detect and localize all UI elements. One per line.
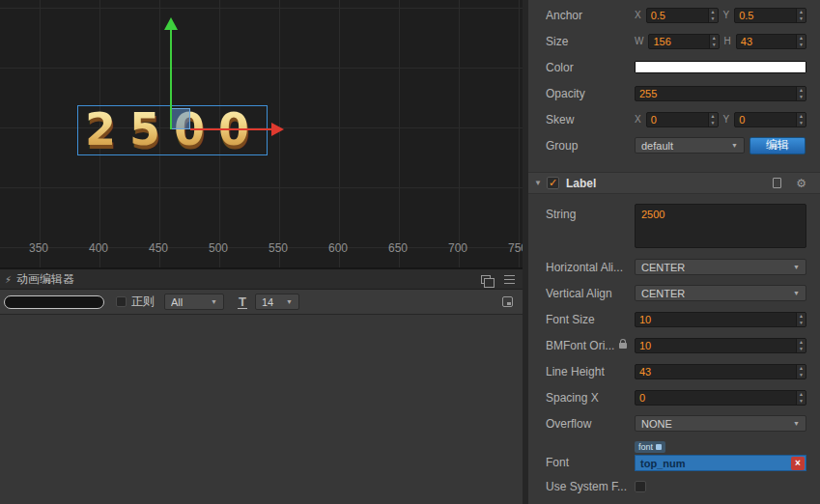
docs-icon[interactable] [773,178,781,188]
vertical-align-select[interactable]: CENTER ▼ [635,285,806,301]
skew-y-input[interactable]: ▲ ▼ [734,112,806,127]
collapse-arrow-icon[interactable]: ▼ [534,179,547,187]
gizmo-x-arrow-icon[interactable] [271,123,284,136]
gizmo-y-arrow-icon[interactable] [164,17,178,30]
gizmo-x-axis[interactable] [190,128,271,130]
spacing-x-stepper[interactable]: ▲ ▼ [796,391,806,405]
line-height-stepper[interactable]: ▲ ▼ [796,365,806,378]
inspector-panel: Anchor X ▲ ▼ Y ▲ ▼ [528,0,820,504]
spinner-down-icon[interactable]: ▼ [709,120,718,126]
spinner-down-icon[interactable]: ▼ [797,94,806,100]
size-h-value[interactable] [737,35,796,48]
spinner-up-icon[interactable]: ▲ [797,9,806,15]
anchor-y-input[interactable]: ▲ ▼ [734,8,806,23]
regex-label: 正则 [131,294,155,310]
spinner-down-icon[interactable]: ▼ [710,42,719,48]
float-panel-icon[interactable] [481,275,491,284]
spinner-up-icon[interactable]: ▲ [797,113,806,120]
overflow-select[interactable]: NONE ▼ [635,415,806,432]
spinner-up-icon[interactable]: ▲ [797,339,806,346]
font-size-stepper[interactable]: ▲ ▼ [796,313,806,326]
string-textarea[interactable]: 2500 [635,204,806,248]
spinner-down-icon[interactable]: ▼ [709,15,718,22]
anchor-x-stepper[interactable]: ▲ ▼ [708,9,718,22]
opacity-value[interactable] [636,87,796,100]
gizmo-y-axis[interactable] [170,29,172,129]
spinner-down-icon[interactable]: ▼ [797,320,806,326]
font-size-value: 14 [262,296,282,308]
anchor-controls: X ▲ ▼ Y ▲ ▼ [635,8,806,23]
opacity-stepper[interactable]: ▲ ▼ [796,87,806,100]
ruler-label: 400 [89,241,108,255]
font-asset-name: top_num [636,458,791,469]
bmfont-controls: ▲ ▼ [635,338,806,353]
line-height-value[interactable] [636,365,796,378]
search-input[interactable] [4,295,104,309]
spacing-x-controls: ▲ ▼ [635,390,806,406]
size-w-stepper[interactable]: ▲ ▼ [709,35,719,48]
gear-icon[interactable]: ⚙ [796,177,806,190]
spinner-down-icon[interactable]: ▼ [797,120,806,126]
regex-checkbox[interactable] [116,296,127,307]
skew-x-input[interactable]: ▲ ▼ [646,112,719,127]
line-height-input[interactable]: ▲ ▼ [635,364,806,379]
spinner-up-icon[interactable]: ▲ [709,9,718,15]
size-controls: W ▲ ▼ H ▲ ▼ [635,34,806,49]
font-asset-field[interactable]: top_num × [635,455,806,471]
spacing-x-value[interactable] [636,391,796,405]
anchor-y-stepper[interactable]: ▲ ▼ [796,9,806,22]
scene-viewport[interactable]: 2500 2500 350 400 450 500 550 600 650 70… [0,0,523,269]
color-swatch[interactable] [635,61,806,73]
dock-panel-icon[interactable] [502,296,513,307]
font-size-label: Font Size [546,313,635,326]
spinner-up-icon[interactable]: ▲ [797,87,806,94]
anchor-x-input[interactable]: ▲ ▼ [646,8,719,23]
spinner-up-icon[interactable]: ▲ [797,35,806,42]
font-size-input[interactable]: ▲ ▼ [635,312,806,327]
anchor-x-value[interactable] [647,9,708,22]
label-section-header[interactable]: ▼ ✓ Label ⚙ [528,172,820,194]
external-link-icon[interactable] [656,444,662,450]
horizontal-align-value: CENTER [641,262,789,273]
use-system-font-checkbox[interactable] [635,481,646,492]
anchor-handle[interactable] [171,108,190,129]
spinner-up-icon[interactable]: ▲ [797,365,806,372]
group-select[interactable]: default ▼ [635,137,745,154]
timeline-content[interactable] [0,315,523,504]
font-badge-text: font [638,441,653,453]
filter-select[interactable]: All ▼ [164,294,224,310]
spinner-up-icon[interactable]: ▲ [797,313,806,320]
spinner-down-icon[interactable]: ▼ [797,346,806,352]
spinner-down-icon[interactable]: ▼ [797,42,806,48]
spinner-down-icon[interactable]: ▼ [797,15,806,22]
size-h-input[interactable]: ▲ ▼ [736,34,806,49]
remove-font-button[interactable]: × [791,457,805,470]
opacity-input[interactable]: ▲ ▼ [635,86,806,101]
spinner-down-icon[interactable]: ▼ [797,398,806,405]
skew-y-stepper[interactable]: ▲ ▼ [796,113,806,126]
font-size-value[interactable] [636,313,796,326]
skew-x-stepper[interactable]: ▲ ▼ [708,113,718,126]
size-w-input[interactable]: ▲ ▼ [648,34,719,49]
spinner-up-icon[interactable]: ▲ [709,113,718,120]
filter-value: All [171,296,207,308]
skew-y-value[interactable] [735,113,796,126]
size-w-value[interactable] [649,35,708,48]
tab-animation-editor[interactable]: ⚡ 动画编辑器 [0,269,86,289]
edit-group-button[interactable]: 编辑 [749,137,806,154]
panel-menu-icon[interactable] [504,275,515,284]
size-h-stepper[interactable]: ▲ ▼ [796,35,806,48]
font-size-select[interactable]: 14 ▼ [255,294,299,310]
label-enabled-checkbox[interactable]: ✓ [547,177,559,189]
bmfont-value[interactable] [636,339,796,352]
spinner-down-icon[interactable]: ▼ [797,372,806,378]
bmfont-stepper[interactable]: ▲ ▼ [796,339,806,352]
skew-x-value[interactable] [647,113,708,126]
spinner-up-icon[interactable]: ▲ [797,391,806,398]
anchor-y-value[interactable] [735,9,796,22]
horizontal-align-select[interactable]: CENTER ▼ [635,259,806,275]
spacing-x-input[interactable]: ▲ ▼ [635,390,806,406]
font-asset-badge[interactable]: font [635,441,665,453]
bmfont-input[interactable]: ▲ ▼ [635,338,806,353]
spinner-up-icon[interactable]: ▲ [710,35,719,42]
